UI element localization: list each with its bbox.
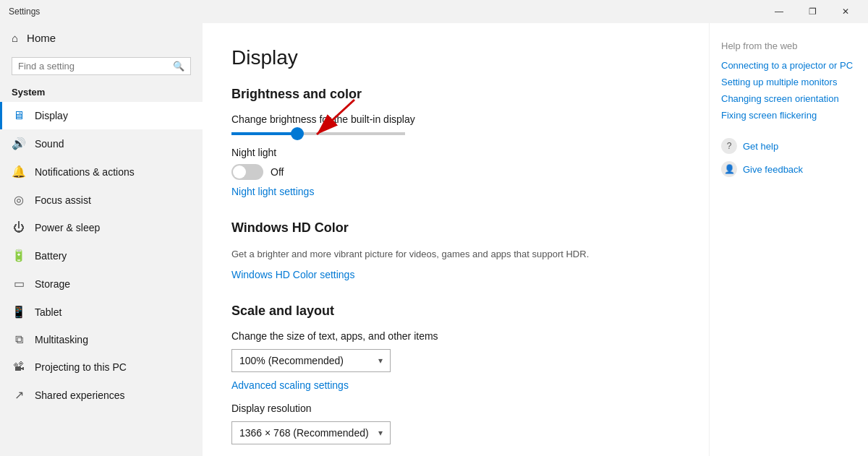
give-feedback-label: Give feedback <box>743 164 803 175</box>
search-input[interactable] <box>18 61 173 72</box>
scale-layout-section: Scale and layout Change the size of text… <box>231 304 680 444</box>
storage-icon: ▭ <box>12 277 26 291</box>
sidebar-item-shared[interactable]: ↗ Shared experiences <box>0 381 203 409</box>
main-layout: ⌂ Home 🔍 System 🖥 Display 🔊 Sound 🔔 Noti… <box>0 23 868 456</box>
search-icon[interactable]: 🔍 <box>173 61 184 72</box>
sidebar-item-label-tablet: Tablet <box>35 306 61 318</box>
hd-color-title: Windows HD Color <box>231 220 680 236</box>
sidebar-item-battery[interactable]: 🔋 Battery <box>0 241 203 270</box>
sidebar-item-label-projecting: Projecting to this PC <box>35 361 127 373</box>
help-actions: ? Get help 👤 Give feedback <box>721 138 856 177</box>
resolution-dropdown[interactable]: 1366 × 768 (Recommended) ▾ <box>231 421 391 444</box>
give-feedback-icon: 👤 <box>721 161 737 177</box>
help-title: Help from the web <box>721 40 856 51</box>
projecting-icon: 📽 <box>12 361 26 374</box>
night-light-label: Night light <box>231 147 276 158</box>
sidebar-section-label: System <box>0 84 203 102</box>
sidebar-item-home[interactable]: ⌂ Home <box>0 23 203 53</box>
sidebar-item-notifications[interactable]: 🔔 Notifications & actions <box>0 158 203 186</box>
minimize-button[interactable]: — <box>762 0 796 23</box>
notifications-icon: 🔔 <box>12 165 26 178</box>
focus-icon: ◎ <box>12 193 26 207</box>
sidebar-item-label-shared: Shared experiences <box>35 390 125 401</box>
resolution-label: Display resolution <box>231 403 680 414</box>
sidebar: ⌂ Home 🔍 System 🖥 Display 🔊 Sound 🔔 Noti… <box>0 23 203 456</box>
brightness-section-title: Brightness and color <box>231 87 680 102</box>
get-help-label: Get help <box>743 141 778 152</box>
sidebar-item-storage[interactable]: ▭ Storage <box>0 270 203 298</box>
home-icon: ⌂ <box>12 32 18 44</box>
close-button[interactable]: ✕ <box>829 0 862 23</box>
tablet-icon: 📱 <box>12 305 26 319</box>
scale-layout-title: Scale and layout <box>231 304 680 319</box>
sidebar-item-focus[interactable]: ◎ Focus assist <box>0 186 203 214</box>
sidebar-item-label-storage: Storage <box>35 278 70 290</box>
sidebar-item-label-notifications: Notifications & actions <box>35 166 135 178</box>
help-link-monitors[interactable]: Setting up multiple monitors <box>721 77 856 87</box>
brightness-label: Change brightness for the built-in displ… <box>231 113 680 125</box>
sidebar-item-label-battery: Battery <box>35 250 67 262</box>
brightness-slider-container <box>231 132 680 135</box>
multitasking-icon: ⧉ <box>12 333 26 346</box>
night-light-row: Night light <box>231 147 680 158</box>
titlebar-controls: — ❐ ✕ <box>762 0 862 23</box>
display-icon: 🖥 <box>12 109 26 122</box>
help-link-orientation[interactable]: Changing screen orientation <box>721 93 856 104</box>
night-light-toggle[interactable] <box>231 164 263 180</box>
resolution-selected: 1366 × 768 (Recommended) <box>239 427 369 439</box>
sidebar-item-display[interactable]: 🖥 Display <box>0 102 203 129</box>
page-title: Display <box>231 46 680 69</box>
help-link-projector[interactable]: Connecting to a projector or PC <box>721 60 856 71</box>
scale-dropdown-arrow: ▾ <box>378 356 383 366</box>
shared-icon: ↗ <box>12 388 26 402</box>
scale-label: Change the size of text, apps, and other… <box>231 330 680 342</box>
sidebar-item-label-focus: Focus assist <box>35 194 91 206</box>
night-light-state: Off <box>271 166 284 178</box>
brightness-slider-thumb[interactable] <box>291 127 304 140</box>
brightness-slider-track[interactable] <box>231 132 405 135</box>
get-help-item[interactable]: ? Get help <box>721 138 856 154</box>
sidebar-item-power[interactable]: ⏻ Power & sleep <box>0 214 203 241</box>
scale-selected: 100% (Recommended) <box>239 355 344 366</box>
power-icon: ⏻ <box>12 221 26 234</box>
night-light-settings-link[interactable]: Night light settings <box>231 186 314 197</box>
get-help-icon: ? <box>721 138 737 154</box>
content-area: Display Brightness and color Change brig… <box>203 23 709 456</box>
sidebar-item-label-power: Power & sleep <box>35 222 100 233</box>
night-light-toggle-row: Off <box>231 164 680 180</box>
brightness-section: Brightness and color Change brightness f… <box>231 87 680 197</box>
home-label: Home <box>27 32 56 44</box>
sidebar-item-label-multitasking: Multitasking <box>35 334 88 345</box>
brightness-slider-fill <box>231 132 297 135</box>
toggle-knob <box>233 165 246 178</box>
maximize-button[interactable]: ❐ <box>796 0 829 23</box>
sidebar-item-tablet[interactable]: 📱 Tablet <box>0 298 203 326</box>
sidebar-item-label-display: Display <box>35 110 68 121</box>
sound-icon: 🔊 <box>12 137 26 150</box>
advanced-scaling-link[interactable]: Advanced scaling settings <box>231 379 680 391</box>
sidebar-item-sound[interactable]: 🔊 Sound <box>0 129 203 158</box>
hd-color-section: Windows HD Color Get a brighter and more… <box>231 220 680 280</box>
right-panel: Help from the web Connecting to a projec… <box>709 23 868 456</box>
hd-color-settings-link[interactable]: Windows HD Color settings <box>231 269 354 280</box>
sidebar-item-label-sound: Sound <box>35 138 64 150</box>
scale-dropdown[interactable]: 100% (Recommended) ▾ <box>231 349 391 372</box>
give-feedback-item[interactable]: 👤 Give feedback <box>721 161 856 177</box>
sidebar-item-projecting[interactable]: 📽 Projecting to this PC <box>0 353 203 381</box>
help-link-flickering[interactable]: Fixing screen flickering <box>721 110 856 121</box>
sidebar-item-multitasking[interactable]: ⧉ Multitasking <box>0 326 203 353</box>
titlebar-title: Settings <box>9 7 40 17</box>
search-box: 🔍 <box>12 57 191 75</box>
battery-icon: 🔋 <box>12 249 26 262</box>
hd-color-description: Get a brighter and more vibrant picture … <box>231 247 680 262</box>
resolution-dropdown-arrow: ▾ <box>378 428 383 438</box>
titlebar: Settings — ❐ ✕ <box>0 0 868 23</box>
